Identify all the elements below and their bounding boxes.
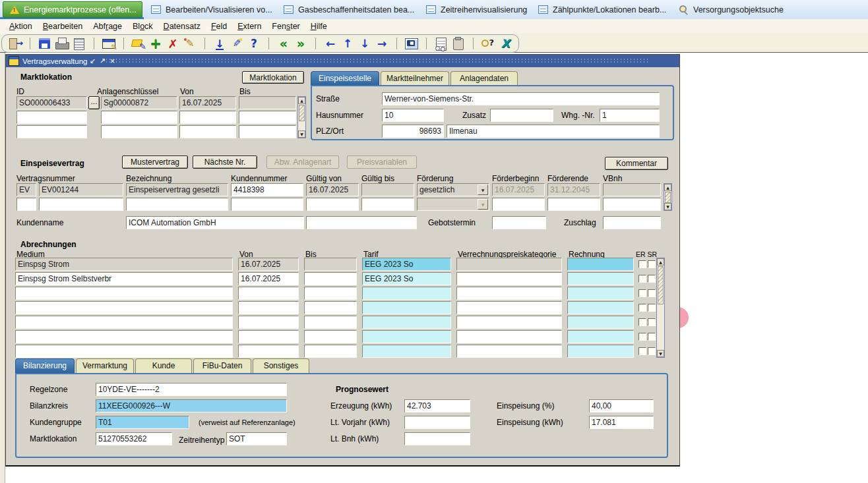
export-excel-icon[interactable]	[497, 36, 513, 51]
bilanzkreis-field[interactable]: 11XEEG000926---W	[96, 399, 287, 412]
menu-block[interactable]: Block	[127, 20, 158, 32]
abrechnung-rechnung-field[interactable]	[567, 330, 634, 343]
menu-hilfe[interactable]: Hilfe	[305, 20, 332, 32]
app-tab[interactable]: Gasbeschaffenheitsdaten bea...	[277, 1, 416, 18]
next-block-icon[interactable]	[293, 36, 309, 51]
abrechnung-von-field[interactable]: 16.07.2025	[238, 272, 299, 285]
abrechnung-medium-field[interactable]: Einspsg Strom Selbstverbr	[15, 272, 233, 285]
abrechnung-bis-field[interactable]	[304, 301, 357, 314]
app-tab[interactable]: Bearbeiten/Visualisieren vo...	[144, 1, 274, 18]
abrechnung-bis-field[interactable]	[304, 330, 357, 343]
abrechnung-rechnung-field[interactable]	[567, 301, 634, 314]
insert-record-icon[interactable]	[148, 36, 164, 51]
abrechnung-von-field[interactable]: 16.07.2025	[238, 258, 299, 271]
abrechnung-bis-field[interactable]	[304, 345, 357, 358]
nav-up-icon[interactable]	[340, 36, 356, 51]
abrechnung-von-field[interactable]	[238, 287, 299, 300]
keys-icon[interactable]	[480, 36, 496, 51]
abrechnung-tarif-field[interactable]	[362, 316, 451, 329]
zeitreihentyp-field[interactable]: SOT	[226, 432, 287, 445]
app-tab[interactable]: Energiemarktprozesse (offen...×	[3, 1, 142, 18]
help-icon[interactable]	[246, 36, 262, 51]
nav-down-icon[interactable]	[357, 36, 373, 51]
regelzone-field[interactable]: 10YDE-VE-------2	[96, 383, 287, 396]
abrechnung-tarif-field[interactable]	[362, 287, 451, 300]
sr-checkbox[interactable]	[648, 304, 656, 312]
abrechnung-rechnung-field[interactable]	[567, 316, 634, 329]
abrechnung-medium-field[interactable]	[15, 345, 233, 358]
menu-datensatz[interactable]: Datensatz	[158, 20, 206, 32]
abrechnung-bis-field[interactable]	[304, 258, 357, 271]
abrechnung-verrechnungspreiskategorie-field[interactable]	[456, 330, 562, 343]
abrechnung-von-field[interactable]	[238, 301, 299, 314]
bnh-field[interactable]	[404, 432, 470, 445]
tab-fibu-daten[interactable]: FiBu-Daten	[193, 358, 251, 373]
execute-query-icon[interactable]	[212, 36, 228, 51]
menu-bearbeiten[interactable]: Bearbeiten	[38, 20, 88, 32]
er-checkbox[interactable]	[638, 275, 646, 283]
er-checkbox[interactable]	[638, 318, 646, 326]
abrechnung-verrechnungspreiskategorie-field[interactable]	[456, 301, 562, 314]
abrechnung-von-field[interactable]	[238, 330, 299, 343]
abrechnung-tarif-field[interactable]	[362, 345, 451, 358]
abrechnung-tarif-field[interactable]	[362, 330, 451, 343]
abrechnung-medium-field[interactable]: Einspsg Strom	[15, 258, 233, 271]
edit-icon[interactable]	[229, 36, 245, 51]
print-icon[interactable]	[54, 36, 70, 51]
scroll-thumb[interactable]	[658, 266, 664, 304]
abrechnung-bis-field[interactable]	[304, 272, 357, 285]
menu-feld[interactable]: Feld	[206, 20, 232, 32]
app-tab[interactable]: Zählpunkte/Lokationen bearb...	[532, 1, 669, 18]
abrechnung-rechnung-field[interactable]	[567, 258, 634, 271]
einspeisung-pct-field[interactable]: 40,00	[589, 399, 654, 412]
abrechnung-verrechnungspreiskategorie-field[interactable]	[456, 258, 562, 271]
enter-query-icon[interactable]	[131, 36, 146, 51]
erzeugung-field[interactable]: 42.703	[404, 399, 470, 412]
paste-icon[interactable]	[450, 36, 466, 51]
abrechnung-verrechnungspreiskategorie-field[interactable]	[456, 287, 562, 300]
abrechnung-tarif-field[interactable]: EEG 2023 So	[362, 258, 451, 271]
tab-bilanzierung[interactable]: Bilanzierung	[15, 358, 75, 373]
er-checkbox[interactable]	[638, 347, 646, 355]
app-tab[interactable]: Versorgungsobjektsuche	[673, 1, 805, 18]
lov-icon[interactable]	[433, 36, 449, 51]
vorjahr-field[interactable]	[404, 416, 470, 429]
abrechnung-rechnung-field[interactable]	[567, 345, 634, 358]
delete-record-icon[interactable]	[165, 36, 181, 51]
sr-checkbox[interactable]	[648, 289, 656, 297]
abrechnung-tarif-field[interactable]: EEG 2023 So	[362, 272, 451, 285]
nav-left-icon[interactable]	[323, 36, 338, 51]
menu-fenster[interactable]: Fenster	[266, 20, 305, 32]
abrechnung-bis-field[interactable]	[304, 287, 357, 300]
sr-checkbox[interactable]	[648, 347, 656, 355]
tab-kunde[interactable]: Kunde	[135, 358, 192, 373]
sr-checkbox[interactable]	[648, 318, 656, 326]
update-record-icon[interactable]	[182, 36, 198, 51]
abrechnung-medium-field[interactable]	[15, 287, 233, 300]
abrechnung-verrechnungspreiskategorie-field[interactable]	[456, 272, 562, 285]
app-tab[interactable]: Zeitreihenvisualisierung	[419, 1, 528, 18]
abrechnung-medium-field[interactable]	[15, 301, 233, 314]
abrechnung-von-field[interactable]	[238, 316, 299, 329]
menu-aktion[interactable]: Aktion	[4, 20, 38, 32]
sr-checkbox[interactable]	[648, 275, 656, 283]
er-checkbox[interactable]	[638, 304, 646, 312]
kundengruppe-field[interactable]: T01	[96, 416, 189, 429]
nav-right-icon[interactable]	[374, 36, 390, 51]
tab-sonstiges[interactable]: Sonstiges	[253, 358, 309, 373]
er-checkbox[interactable]	[638, 289, 646, 297]
abrechnung-medium-field[interactable]	[15, 316, 233, 329]
abrechnung-bis-field[interactable]	[304, 316, 357, 329]
form-query-icon[interactable]	[101, 36, 117, 51]
er-checkbox[interactable]	[638, 333, 646, 341]
exit-icon[interactable]	[7, 36, 23, 51]
einspeisung-kwh-field[interactable]: 17.081	[589, 416, 654, 429]
abrechnung-verrechnungspreiskategorie-field[interactable]	[456, 316, 562, 329]
abrechnung-tarif-field[interactable]	[362, 301, 451, 314]
save-icon[interactable]	[37, 36, 53, 51]
list-icon[interactable]	[71, 36, 87, 51]
marktlokation-nr-field[interactable]: 51270553262	[96, 432, 172, 445]
abrechnung-medium-field[interactable]	[15, 330, 233, 343]
prev-block-icon[interactable]	[276, 36, 292, 51]
abrechnung-von-field[interactable]	[238, 345, 299, 358]
